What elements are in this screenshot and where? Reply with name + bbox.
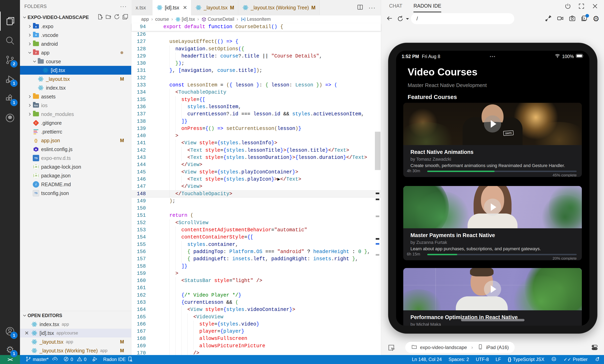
split-editor-icon[interactable]	[357, 4, 363, 11]
code-line-138[interactable]: 138 ]}	[132, 118, 381, 125]
course-card[interactable]: Master Payments in React Nativeby Zuzann…	[403, 186, 582, 260]
code-line-168[interactable]: 168 allowsFullscreen	[132, 335, 381, 342]
url-bar[interactable]: /	[411, 13, 514, 24]
code-line-162[interactable]: 162 {/* Video Player */}	[132, 292, 381, 299]
breadcrumb-CourseDetail[interactable]: CourseDetail	[201, 17, 234, 22]
code-line-146[interactable]: 146 <Text style={styles.playIcon}>▶</Tex…	[132, 176, 381, 183]
code-line-145[interactable]: 145 <View style={styles.playIconContaine…	[132, 169, 381, 176]
code-line-151[interactable]: 151 return (	[132, 212, 381, 219]
screenshot-icon[interactable]	[569, 15, 576, 23]
open-editor-_layout.tsx (Working Tree)[interactable]: _layout.tsx (Working Tree)appM	[20, 346, 131, 355]
code-line-160[interactable]: 160 <StatusBar style="light" />	[132, 277, 381, 284]
close-icon[interactable]: ✕	[23, 330, 30, 336]
new-file-icon[interactable]	[97, 13, 103, 21]
code-line-155[interactable]: 155 styles.container,	[132, 241, 381, 248]
breadcrumb-LessonItem[interactable]: LessonItem	[241, 17, 271, 22]
code-line-153[interactable]: 153 contentInsetAdjustmentBehavior="auto…	[132, 227, 381, 234]
activity-extensions[interactable]: 1	[0, 89, 20, 108]
tree-item-app[interactable]: #app	[20, 48, 131, 57]
tree-item-course[interactable]: course	[20, 57, 131, 66]
code-line-167[interactable]: 167 player={player}	[132, 328, 381, 335]
code-line-139[interactable]: 139 onPress={() => setCurrentLesson(less…	[132, 125, 381, 132]
close-panel-icon[interactable]	[591, 3, 598, 10]
code-line-144[interactable]: 144 </View>	[132, 161, 381, 169]
editor-ellipsis-icon[interactable]: ···	[368, 4, 376, 11]
tab-_layout.tsx (Working Tree)[interactable]: _layout.tsx (Working Tree)M	[238, 0, 320, 15]
code-line-161[interactable]: 161	[132, 284, 381, 291]
back-icon[interactable]	[386, 15, 393, 23]
code-line-166[interactable]: 166 style={styles.video}	[132, 321, 381, 328]
code-line-129[interactable]: 129 headerTitle: course?.title || "Cours…	[132, 53, 381, 60]
code-line-132[interactable]: 132	[132, 74, 381, 82]
debug-item[interactable]	[92, 356, 98, 363]
code-line-169[interactable]: 169 allowsPictureInPicture	[132, 342, 381, 350]
code-line-170[interactable]: 170 />	[132, 350, 381, 355]
code-line-136[interactable]: 136 styles.lessonItem,	[132, 103, 381, 110]
open-editor-index.tsx[interactable]: index.tsxapp	[20, 320, 131, 329]
code-line-154[interactable]: 154 contentContainerStyle={[	[132, 234, 381, 241]
tree-item-assets[interactable]: assets	[20, 92, 131, 101]
radon-ide-status-item[interactable]: Radon IDE	[103, 356, 133, 363]
tree-item-package.json[interactable]: JSpackage.json	[20, 171, 131, 180]
code-line-150[interactable]: 150	[132, 205, 381, 212]
activity-run-debug[interactable]: 1	[0, 70, 20, 89]
activity-github[interactable]	[0, 108, 20, 128]
code-line-134[interactable]: 134 <TouchableOpacity	[132, 89, 381, 96]
inspect-element-icon[interactable]	[388, 344, 395, 352]
tab-[id].tsx[interactable]: [id].tsx✕	[152, 0, 191, 15]
code-line-126[interactable]: 126	[132, 31, 381, 38]
project-root-row[interactable]: EXPO-VIDEO-LANDSCAPE	[20, 13, 131, 22]
tree-item-package-lock.json[interactable]: JSpackage-lock.json	[20, 162, 131, 171]
code-line-143[interactable]: 143 <Text style={styles.lessonDuration}>…	[132, 154, 381, 161]
code-line-148[interactable]: 148 </TouchableOpacity>	[132, 190, 381, 198]
tree-item-eslint.config.js[interactable]: ◆eslint.config.js	[20, 145, 131, 154]
code-line-127[interactable]: 127 useLayoutEffect(() => {	[132, 38, 381, 45]
new-folder-icon[interactable]	[105, 13, 112, 21]
play-overlay-icon[interactable]	[484, 199, 501, 216]
play-overlay-icon[interactable]	[484, 115, 501, 133]
views-ellipsis-icon[interactable]: ···	[120, 3, 127, 10]
fullscreen-icon[interactable]	[578, 3, 585, 10]
settings-icon[interactable]: ⚙	[593, 15, 599, 22]
activity-source-control[interactable]: 2	[0, 50, 20, 70]
tree-item-README.md[interactable]: iREADME.md	[20, 180, 131, 189]
device-selector[interactable]: expo-video-landscape › iPad (A16)	[405, 342, 515, 353]
tree-item-android[interactable]: android	[20, 39, 131, 48]
code-line-142[interactable]: 142 <Text style={styles.lessonTitle}>{le…	[132, 147, 381, 154]
breadcrumb-[id].tsx[interactable]: [id].tsx	[175, 17, 195, 22]
power-icon[interactable]	[565, 3, 571, 10]
code-line-163[interactable]: 163 {currentLesson && (	[132, 299, 381, 306]
code-line-141[interactable]: 141 <View style={styles.lessonInfo}>	[132, 139, 381, 147]
code-line-149[interactable]: 149 );	[132, 198, 381, 205]
code-line-130[interactable]: 130 });	[132, 60, 381, 67]
layout-toggle-icon[interactable]	[591, 343, 599, 352]
device-screen[interactable]: 1:52 PM Fri Aug 8 ••• 100% Video Courses…	[396, 51, 590, 326]
tree-item-index.tsx[interactable]: index.tsx	[20, 84, 131, 92]
open-editor-[id].tsx[interactable]: ✕[id].tsxapp/course	[20, 329, 131, 338]
tree-item-.expo[interactable]: ▲.expo	[20, 22, 131, 31]
code-line-147[interactable]: 147 </View>	[132, 183, 381, 190]
code-line-137[interactable]: 137 currentLesson?.id === lesson.id && s…	[132, 110, 381, 118]
record-video-icon[interactable]	[557, 15, 564, 23]
reload-url-icon[interactable]	[397, 15, 411, 22]
code-line-152[interactable]: 152 <ScrollView	[132, 219, 381, 227]
git-branch-item[interactable]: master*	[25, 356, 58, 363]
cursor-position[interactable]: Ln 148, Col 24	[412, 357, 442, 362]
code-line-131[interactable]: 131 }, [navigation, course.title]);	[132, 67, 381, 74]
panel-tab-CHAT[interactable]: CHAT	[389, 0, 402, 12]
code-line-140[interactable]: 140 >	[132, 132, 381, 139]
collapse-folders-icon[interactable]	[122, 13, 128, 21]
code-line-159[interactable]: 159 >	[132, 270, 381, 277]
breadcrumb-course[interactable]: course	[155, 17, 169, 22]
activity-account[interactable]: 1	[0, 322, 20, 341]
tree-item-.gitignore[interactable]: ⑂.gitignore	[20, 119, 131, 127]
tree-item-.vscode[interactable]: ✕.vscode	[20, 31, 131, 39]
code-line-165[interactable]: 165 <VideoView	[132, 314, 381, 321]
breadcrumb-app[interactable]: app	[141, 17, 149, 22]
refresh-explorer-icon[interactable]	[114, 13, 120, 21]
notifications-bell[interactable]	[594, 356, 600, 363]
code-line-133[interactable]: 133 const LessonItem = ({ lesson }: { le…	[132, 82, 381, 89]
tree-item-[id].tsx[interactable]: [id].tsx	[20, 66, 131, 75]
eol[interactable]: LF	[496, 357, 501, 362]
panel-tab-RADON IDE[interactable]: RADON IDE	[414, 0, 441, 12]
